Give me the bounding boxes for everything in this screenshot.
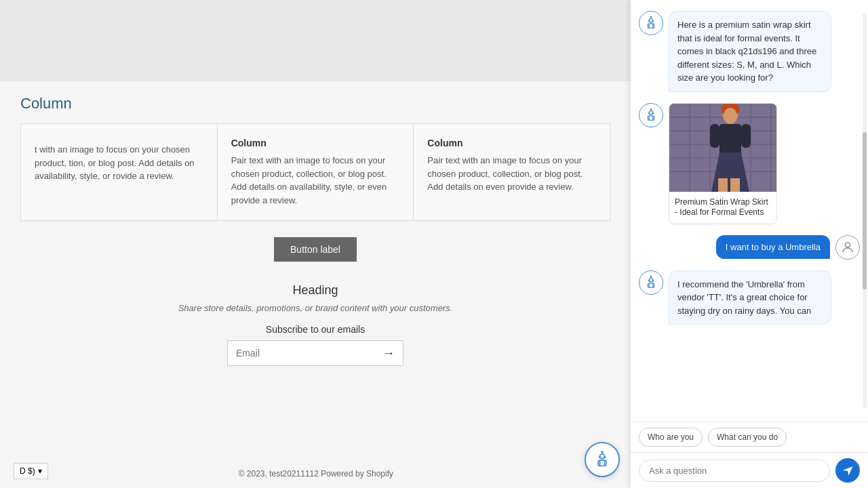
- svg-rect-35: [718, 178, 728, 192]
- send-icon: [842, 464, 854, 476]
- email-section-label: Subscribe to our emails: [20, 324, 610, 335]
- columns-row: t with an image to focus on your chosen …: [20, 123, 610, 221]
- footer-copyright: © 2023, test20211112 Powered by Shopify: [239, 469, 393, 479]
- email-input[interactable]: [228, 341, 374, 365]
- currency-selector[interactable]: D $) ▾: [14, 463, 48, 479]
- svg-rect-36: [730, 178, 740, 192]
- svg-rect-31: [719, 124, 741, 155]
- bot-message-1-text: Here is a premium satin wrap skirt that …: [677, 20, 816, 83]
- svg-point-7: [650, 17, 651, 18]
- column-1: t with an image to focus on your chosen …: [21, 124, 218, 220]
- scrollbar-track[interactable]: [863, 14, 867, 408]
- svg-point-13: [652, 113, 653, 113]
- message-3: I want to buy a Umbrella: [639, 235, 860, 260]
- svg-point-5: [652, 21, 653, 22]
- message-4: I recommend the 'Umbrella' from vendor '…: [639, 270, 860, 325]
- svg-rect-33: [741, 124, 751, 148]
- product-card: Premium Satin Wrap Skirt - Ideal for For…: [669, 103, 777, 224]
- bot-message-4-text: I recommend the 'Umbrella' from vendor '…: [677, 279, 811, 316]
- page-top-bar: [0, 0, 631, 81]
- svg-point-43: [652, 280, 653, 281]
- chevron-down-icon: ▾: [38, 466, 42, 476]
- bot-avatar-1: [639, 11, 663, 35]
- bot-avatar-3: [639, 270, 663, 295]
- col-2-text: Pair text with an image to focus on your…: [231, 154, 400, 207]
- svg-point-42: [649, 280, 650, 281]
- page-content: Column t with an image to focus on your …: [0, 81, 631, 396]
- bot-bubble-4: I recommend the 'Umbrella' from vendor '…: [669, 270, 831, 325]
- col-3-title: Column: [427, 138, 596, 148]
- email-section: Subscribe to our emails →: [20, 324, 610, 366]
- chat-input-row: [631, 452, 868, 488]
- user-avatar: [835, 235, 860, 260]
- chat-panel: Here is a premium satin wrap skirt that …: [631, 0, 868, 488]
- footer-bar: D $) ▾ © 2023, test20211112 Powered by S…: [0, 454, 631, 488]
- col-3-text: Pair text with an image to focus on your…: [427, 154, 596, 194]
- column-2: Column Pair text with an image to focus …: [218, 124, 414, 220]
- product-image-svg: [669, 104, 777, 192]
- svg-point-12: [649, 113, 650, 113]
- section-sub: Share store details, promotions, or bran…: [20, 303, 610, 313]
- svg-point-15: [650, 108, 651, 109]
- column-3: Column Pair text with an image to focus …: [414, 124, 610, 220]
- svg-rect-32: [710, 124, 719, 148]
- suggestion-what-can-you-do[interactable]: What can you do: [708, 428, 787, 447]
- floating-chat-button[interactable]: [585, 442, 620, 477]
- section-heading: Heading: [20, 283, 610, 298]
- product-image: [669, 104, 777, 192]
- svg-point-53: [601, 451, 603, 453]
- user-bubble: I want to buy a Umbrella: [716, 235, 830, 259]
- svg-point-45: [650, 276, 651, 277]
- button-label[interactable]: Button label: [274, 237, 357, 262]
- message-2: Premium Satin Wrap Skirt - Ideal for For…: [639, 103, 860, 224]
- col-2-title: Column: [231, 138, 400, 148]
- email-input-row: →: [227, 340, 403, 366]
- floating-bot-icon: [593, 450, 612, 469]
- chat-messages: Here is a premium satin wrap skirt that …: [631, 0, 868, 422]
- bot-bubble-1: Here is a premium satin wrap skirt that …: [669, 11, 831, 92]
- svg-point-50: [599, 457, 601, 458]
- email-submit-button[interactable]: →: [374, 341, 403, 365]
- svg-point-30: [724, 108, 737, 124]
- chat-send-button[interactable]: [835, 458, 860, 483]
- chat-suggestions: Who are you What can you do: [631, 422, 868, 452]
- page-heading: Column: [20, 95, 610, 113]
- col-1-text: t with an image to focus on your chosen …: [35, 143, 203, 183]
- button-label-section: Button label: [20, 237, 610, 262]
- bot-avatar-2: [639, 103, 663, 127]
- message-1: Here is a premium satin wrap skirt that …: [639, 11, 860, 92]
- heading-section: Heading Share store details, promotions,…: [20, 283, 610, 313]
- svg-point-37: [845, 242, 850, 247]
- page-background: Column t with an image to focus on your …: [0, 0, 631, 488]
- svg-point-51: [604, 457, 606, 458]
- chat-input[interactable]: [639, 460, 830, 482]
- svg-point-4: [649, 21, 650, 22]
- currency-label: D $): [20, 466, 35, 476]
- product-card-title: Premium Satin Wrap Skirt - Ideal for For…: [669, 192, 776, 224]
- suggestion-who-are-you[interactable]: Who are you: [639, 428, 703, 447]
- scrollbar-thumb[interactable]: [863, 132, 867, 290]
- user-message-text: I want to buy a Umbrella: [726, 242, 821, 252]
